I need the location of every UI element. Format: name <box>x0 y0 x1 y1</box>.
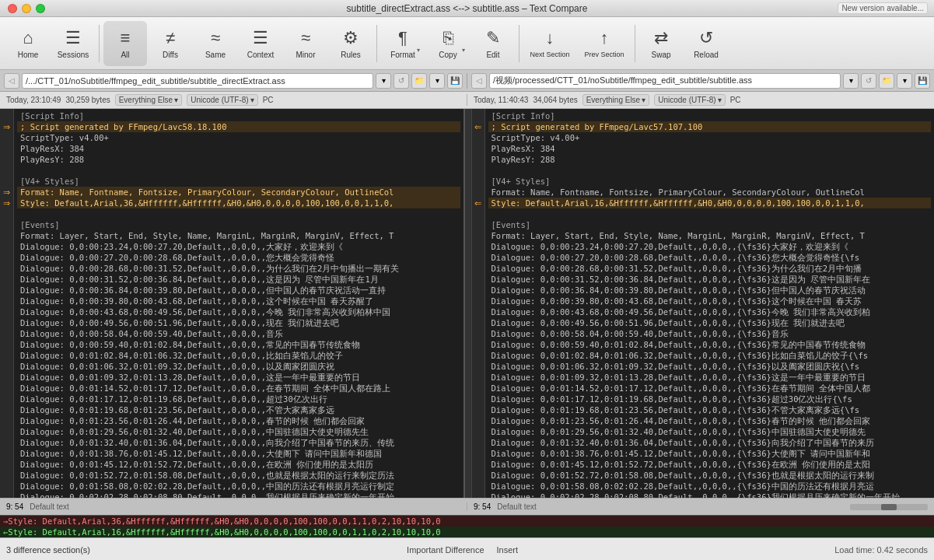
left-line-ending: PC <box>263 96 274 104</box>
rules-button[interactable]: ⚙ Rules <box>329 21 373 66</box>
next-section-icon: ↓ <box>546 28 554 48</box>
format-label: Format <box>390 51 415 59</box>
line-item <box>488 165 932 176</box>
right-filepath-dropdown[interactable]: ▾ <box>843 73 859 89</box>
sessions-button[interactable]: ☰ Sessions <box>51 21 95 66</box>
context-icon: ☰ <box>253 28 268 48</box>
line-item: PlayResY: 288 <box>488 154 932 165</box>
left-gutter: ⇒ ⇒ ⇒ <box>0 109 14 498</box>
importance-label: Important Difference <box>407 545 484 555</box>
line-item: Dialogue: 0,0:01:58.08,0:02:02.28,Defaul… <box>17 481 460 492</box>
line-item: Format: Name, Fontname, Fontsize, Primar… <box>17 187 460 198</box>
separator-3 <box>519 25 519 62</box>
right-save-button[interactable]: 💾 <box>915 73 930 89</box>
line-item: Dialogue: 0,0:00:36.84,0:00:39.80,Defaul… <box>488 285 932 296</box>
all-button[interactable]: ≡ All <box>103 21 147 66</box>
new-version-badge[interactable]: New version available... <box>838 2 928 14</box>
line-item: Dialogue: 0,0:01:38.76,0:01:45.12,Defaul… <box>17 448 460 459</box>
copy-label: Copy <box>439 51 457 59</box>
window-controls[interactable] <box>8 4 45 13</box>
home-label: Home <box>18 51 39 59</box>
right-filepath-input[interactable] <box>489 73 841 89</box>
line-item: Dialogue: 0,0:01:32.40,0:01:36.04,Defaul… <box>488 437 932 448</box>
line-item: Dialogue: 0,0:02:02.28,0:02:08.80,Defaul… <box>17 492 460 498</box>
prev-section-button[interactable]: ↑ Prev Section <box>578 21 631 66</box>
swap-button[interactable]: ⇄ Swap <box>639 21 683 66</box>
line-item: Dialogue: 0,0:00:31.52,0:00:36.84,Defaul… <box>17 274 460 285</box>
right-refresh-button[interactable]: ↺ <box>861 73 876 89</box>
right-pane[interactable]: [Script Info]; Script generated by FFmpe… <box>485 109 935 498</box>
line-item: Dialogue: 0,0:01:32.40,0:01:36.04,Defaul… <box>17 437 460 448</box>
left-pane[interactable]: [Script Info]; Script generated by FFmpe… <box>14 109 465 498</box>
left-filepath-input[interactable] <box>22 73 373 89</box>
line-item: Dialogue: 0,0:01:58.08,0:02:02.28,Defaul… <box>488 481 932 492</box>
line-item <box>488 208 932 219</box>
line-item: Dialogue: 0,0:01:52.72,0:01:58.08,Defaul… <box>488 470 932 481</box>
mini-scrollbar[interactable] <box>850 504 928 510</box>
right-timestamp: Today, 11:40:43 <box>474 96 528 104</box>
format-button[interactable]: ¶ Format <box>381 21 425 66</box>
line-item: Dialogue: 0,0:00:43.68,0:00:49.56,Defaul… <box>488 306 932 317</box>
left-filepath-dropdown[interactable]: ▾ <box>376 73 391 89</box>
line-item: Dialogue: 0,0:01:29.56,0:01:32.40,Defaul… <box>488 426 932 437</box>
same-icon: ≈ <box>211 28 220 48</box>
content-area: ⇒ ⇒ ⇒ [Script Info]; Script generated by… <box>0 109 934 498</box>
left-encoding-chevron: ▾ <box>250 96 254 104</box>
line-item: Dialogue: 0,0:01:19.68,0:01:23.56,Defaul… <box>488 404 932 415</box>
line-item <box>17 208 460 219</box>
left-filter-label: Everything Else <box>119 96 173 104</box>
left-encoding-dropdown[interactable]: Unicode (UTF-8) ▾ <box>187 94 257 106</box>
separator-1 <box>99 25 100 62</box>
prev-section-label: Prev Section <box>584 51 624 58</box>
left-refresh-button[interactable]: ↺ <box>394 73 409 89</box>
right-filter-dropdown[interactable]: Everything Else ▾ <box>582 94 649 106</box>
line-item: Format: Layer, Start, End, Style, Name, … <box>488 230 932 241</box>
same-button[interactable]: ≈ Same <box>194 21 237 66</box>
right-line-ending: PC <box>730 96 741 104</box>
left-folder-dropdown[interactable]: ▾ <box>429 73 445 89</box>
line-item: Dialogue: 0,0:01:45.12,0:01:52.72,Defaul… <box>488 459 932 470</box>
next-section-button[interactable]: ↓ Next Section <box>523 21 576 66</box>
line-item: Dialogue: 0,0:01:23.56,0:01:26.44,Defaul… <box>17 415 460 426</box>
right-folder-button[interactable]: 📁 <box>879 73 894 89</box>
left-back-button[interactable]: ◁ <box>4 73 19 89</box>
close-button[interactable] <box>8 4 17 13</box>
reload-button[interactable]: ↺ Reload <box>684 21 728 66</box>
line-item: Dialogue: 0,0:00:39.80,0:00:43.68,Defaul… <box>488 296 932 306</box>
context-button[interactable]: ☰ Context <box>239 21 282 66</box>
line-item <box>17 165 460 176</box>
line-item: PlayResX: 384 <box>488 143 932 154</box>
diffs-label: Diffs <box>163 51 178 59</box>
minimize-button[interactable] <box>22 4 31 13</box>
left-save-button[interactable]: 💾 <box>447 73 463 89</box>
diffs-button[interactable]: ≠ Diffs <box>149 21 192 66</box>
right-diff-arrow-1: ⇐ <box>474 122 481 132</box>
line-item: [Script Info] <box>488 110 932 121</box>
line-item: Dialogue: 0,0:00:28.68,0:00:31.52,Defaul… <box>17 263 460 274</box>
load-time: Load time: 0.42 seconds <box>834 545 928 555</box>
left-filter-dropdown[interactable]: Everything Else ▾ <box>115 94 182 106</box>
left-filter-chevron: ▾ <box>174 96 178 104</box>
right-folder-dropdown[interactable]: ▾ <box>897 73 912 89</box>
line-item: PlayResY: 288 <box>17 154 460 165</box>
line-item: Dialogue: 0,0:01:52.72,0:01:58.08,Defaul… <box>17 470 460 481</box>
line-item: Dialogue: 0,0:01:09.32,0:01:13.28,Defaul… <box>488 372 932 383</box>
line-item: Dialogue: 0,0:00:36.84,0:00:39.80,Defaul… <box>17 285 460 296</box>
home-button[interactable]: ⌂ Home <box>6 21 50 66</box>
line-item: Dialogue: 0,0:01:45.12,0:01:52.72,Defaul… <box>17 459 460 470</box>
left-default-text: Default text <box>30 502 69 511</box>
line-item: Dialogue: 0,0:00:39.80,0:00:43.68,Defaul… <box>17 296 460 306</box>
left-folder-button[interactable]: 📁 <box>411 73 427 89</box>
reload-label: Reload <box>694 51 719 59</box>
separator-2 <box>376 25 377 62</box>
left-filesize: 30,259 bytes <box>65 96 110 104</box>
minor-button[interactable]: ≈ Minor <box>284 21 327 66</box>
maximize-button[interactable] <box>36 4 45 13</box>
line-item: [Script Info] <box>17 110 460 121</box>
right-back-button[interactable]: ◁ <box>471 73 487 89</box>
right-encoding-dropdown[interactable]: Unicode (UTF-8) ▾ <box>654 94 725 106</box>
edit-button[interactable]: ✎ Edit <box>471 21 515 66</box>
copy-button[interactable]: ⎘ Copy <box>426 21 470 66</box>
line-item: Dialogue: 0,0:00:58.04,0:00:59.40,Defaul… <box>488 328 932 339</box>
right-filepath-container: ◁ ▾ ↺ 📁 ▾ 💾 <box>467 73 934 89</box>
